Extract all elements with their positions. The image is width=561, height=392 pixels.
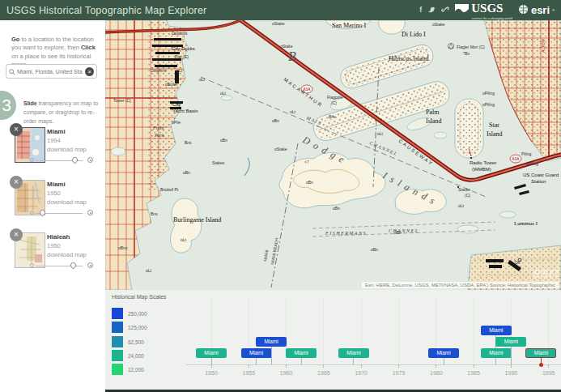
slider-min-icon bbox=[30, 211, 34, 215]
timeline-panel: Historical Map Scales 250,000125,00062,5… bbox=[105, 290, 561, 392]
legend-swatch bbox=[112, 350, 123, 361]
header-actions: f USGS science for a changing world bbox=[419, 1, 555, 20]
sidebar: Go to a location to the location you wan… bbox=[0, 20, 105, 392]
timeline-year-label: 1980 bbox=[424, 370, 448, 376]
transparency-slider[interactable] bbox=[30, 209, 93, 217]
timeline-tick bbox=[249, 364, 249, 368]
map-card-miami-1994[interactable]: × Miami 1994 download map bbox=[0, 126, 105, 174]
timeline-marker[interactable]: Miami bbox=[428, 348, 459, 358]
timeline-tick bbox=[474, 364, 474, 368]
map-card-miami-1950[interactable]: × Miami 1950 download map bbox=[0, 178, 105, 227]
timeline-year-label: 1990 bbox=[499, 370, 523, 376]
map-card-year: 1994 bbox=[47, 137, 61, 144]
download-map-link[interactable]: download map bbox=[47, 146, 87, 153]
location-search[interactable]: × bbox=[6, 64, 97, 79]
search-input[interactable] bbox=[15, 68, 85, 75]
instruction-slide: Slide transparency on map to compare, or… bbox=[23, 99, 102, 126]
legend-swatch bbox=[112, 336, 123, 347]
timeline-marker[interactable]: Miami bbox=[286, 348, 317, 358]
search-icon bbox=[9, 64, 15, 79]
timeline-marker[interactable]: Miami bbox=[241, 348, 272, 358]
slider-track[interactable] bbox=[36, 266, 83, 266]
timeline-tick bbox=[286, 364, 287, 368]
timeline-tick bbox=[511, 364, 512, 368]
map-attribution: Esri, HERE, DeLorme, USGS, METI/NASA, US… bbox=[362, 282, 559, 288]
map-card-hialeah-1950[interactable]: × Hialeah 1950 download map bbox=[0, 231, 105, 279]
timeline-tick bbox=[436, 364, 436, 368]
app-title: USGS Historical Topographic Map Explorer bbox=[6, 5, 206, 16]
timeline-marker[interactable]: Miami bbox=[481, 326, 512, 335]
marker-stem bbox=[211, 358, 212, 364]
app-window: USGS Historical Topographic Map Explorer… bbox=[0, 0, 561, 392]
download-map-link[interactable]: download map bbox=[47, 251, 87, 258]
slider-max-icon bbox=[87, 210, 93, 215]
slider-handle[interactable] bbox=[70, 261, 78, 269]
timeline-marker[interactable]: Miami bbox=[481, 348, 512, 358]
legend-swatch bbox=[112, 364, 123, 375]
legend-label: 24,000 bbox=[128, 353, 144, 359]
map-canvas[interactable]: San Marino IDi Lido IHibiscus IslandPalm… bbox=[105, 20, 561, 290]
timeline-tick bbox=[398, 364, 399, 368]
timeline-tick bbox=[211, 364, 212, 368]
topo-map-svg: San Marino IDi Lido IHibiscus IslandPalm… bbox=[105, 20, 561, 290]
legend-swatch bbox=[112, 308, 123, 319]
header-bar: USGS Historical Topographic Map Explorer… bbox=[0, 0, 561, 20]
slider-track[interactable] bbox=[36, 160, 83, 161]
timeline-year-label: 1985 bbox=[461, 370, 486, 376]
remove-map-button[interactable]: × bbox=[10, 228, 23, 241]
timeline-marker[interactable]: Miami bbox=[256, 337, 287, 347]
slider-handle[interactable] bbox=[70, 156, 79, 164]
marker-stem bbox=[353, 358, 354, 364]
transparency-slider[interactable] bbox=[30, 156, 93, 164]
timeline-gridline bbox=[474, 296, 474, 364]
marker-stem bbox=[271, 347, 272, 364]
marker-stem bbox=[495, 358, 496, 364]
timeline-year-label: 1970 bbox=[349, 370, 373, 376]
legend-label: 12,000 bbox=[128, 367, 144, 373]
facebook-icon[interactable]: f bbox=[419, 6, 422, 14]
timeline-year-label: 1950 bbox=[199, 370, 223, 376]
slider-min-icon bbox=[30, 263, 34, 267]
slider-handle[interactable] bbox=[38, 208, 46, 216]
map-card-year: 1950 bbox=[47, 242, 61, 249]
timeline-marker[interactable]: Miami bbox=[196, 348, 227, 358]
timeline-year-label: 1965 bbox=[312, 370, 336, 376]
slider-track[interactable] bbox=[36, 213, 83, 214]
slider-min-icon bbox=[30, 158, 34, 162]
step-3-badge: 3 bbox=[0, 91, 16, 120]
transparency-slider[interactable] bbox=[30, 262, 93, 270]
marker-stem bbox=[444, 358, 444, 364]
timeline-gridline bbox=[398, 296, 399, 364]
timeline-year-label: 1955 bbox=[236, 370, 261, 376]
twitter-icon[interactable] bbox=[427, 6, 436, 15]
timeline-legend-title: Historical Map Scales bbox=[112, 294, 166, 300]
marker-stem bbox=[301, 358, 302, 364]
remove-map-button[interactable]: × bbox=[10, 176, 23, 189]
timeline-year-label: 1975 bbox=[387, 370, 411, 376]
esri-globe-icon bbox=[518, 4, 529, 17]
timeline-year-label: 1960 bbox=[274, 370, 299, 376]
usgs-wordmark: USGS bbox=[471, 2, 503, 15]
link-icon[interactable] bbox=[441, 6, 449, 15]
usgs-logo[interactable]: USGS science for a changing world bbox=[455, 1, 512, 20]
usgs-wave-icon bbox=[455, 3, 469, 18]
timeline-axis bbox=[186, 364, 561, 365]
timeline-marker-selected[interactable]: Miami bbox=[525, 348, 556, 358]
timeline-year-label: 1995 bbox=[537, 370, 561, 376]
timeline-tick bbox=[548, 364, 549, 368]
map-card-title: Miami bbox=[47, 181, 66, 188]
legend-label: 62,500 bbox=[128, 339, 144, 345]
selected-marker-dot bbox=[539, 363, 543, 367]
timeline-tick bbox=[323, 364, 324, 368]
usgs-tagline: science for a changing world bbox=[471, 16, 512, 20]
esri-logo[interactable]: esri ® bbox=[518, 4, 555, 17]
marker-stem bbox=[256, 358, 257, 364]
search-clear-button[interactable]: × bbox=[85, 67, 94, 76]
timeline-marker[interactable]: Miami bbox=[338, 348, 369, 358]
slider-max-icon bbox=[87, 157, 93, 163]
download-map-link[interactable]: download map bbox=[47, 198, 87, 206]
remove-map-button[interactable]: × bbox=[10, 123, 23, 136]
timeline-marker[interactable]: Miami bbox=[495, 337, 526, 347]
slider-max-icon bbox=[87, 262, 93, 268]
esri-wordmark: esri bbox=[531, 4, 550, 16]
